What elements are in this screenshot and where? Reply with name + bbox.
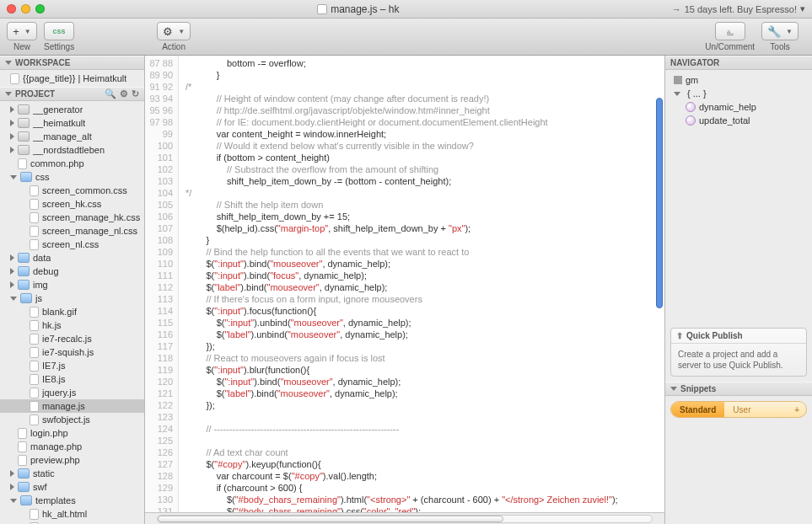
file-icon (30, 212, 39, 223)
folder-icon (18, 266, 30, 276)
workspace-item[interactable]: {{page_title}} | Heimatkult (0, 72, 144, 85)
file-row[interactable]: screen_manage_hk.css (0, 211, 144, 224)
folder-row[interactable]: img (0, 278, 144, 291)
folder-row[interactable]: swf (0, 480, 144, 494)
folder-row[interactable]: __heimatkult (0, 116, 144, 130)
disclosure-triangle-icon (10, 470, 14, 477)
file-row[interactable]: jquery.js (0, 386, 144, 399)
file-row[interactable]: manage.js (0, 399, 144, 413)
function-icon (686, 102, 696, 112)
code-editor[interactable]: 87 88 89 90 91 92 93 94 95 96 97 98 99 1… (145, 56, 664, 524)
file-icon (30, 239, 39, 250)
file-row[interactable]: preview.php (0, 453, 144, 467)
file-row[interactable]: ie7-recalc.js (0, 332, 144, 345)
file-row[interactable]: screen_manage_nl.css (0, 224, 144, 238)
horizontal-scrollbar[interactable] (145, 512, 664, 524)
file-row[interactable]: hk_anzeige.html (0, 521, 144, 524)
navigator-tree: gm{ ... }dynamic_helpupdate_total (665, 70, 812, 131)
navigator-item[interactable]: { ... } (670, 87, 807, 100)
quick-publish-header[interactable]: ⬆ Quick Publish (671, 329, 806, 344)
navigator-item[interactable]: dynamic_help (670, 100, 807, 114)
folder-row[interactable]: __generator (0, 103, 144, 116)
file-row[interactable]: IE7.js (0, 359, 144, 372)
file-row[interactable]: hk_alt.html (0, 507, 144, 521)
gear-icon: ⚙ (163, 25, 173, 38)
chevron-down-icon: ▼ (178, 28, 185, 35)
snippets-tab-user[interactable]: User (724, 402, 759, 417)
snippets-tab-standard[interactable]: Standard (671, 402, 724, 417)
workspace-tree: {{page_title}} | Heimatkult (0, 70, 144, 87)
uncomment-button[interactable]: ⎁ (715, 22, 745, 40)
folder-row[interactable]: debug (0, 265, 144, 278)
window-titlebar: manage.js – hk →15 days left. Buy Espres… (0, 0, 812, 19)
file-row[interactable]: screen_common.css (0, 184, 144, 197)
project-header[interactable]: PROJECT 🔍 ⚙ ↻ (0, 87, 144, 101)
file-row[interactable]: swfobject.js (0, 413, 144, 426)
new-button[interactable]: + ▼ (7, 22, 37, 40)
file-row[interactable]: ie7-squish.js (0, 345, 144, 359)
file-icon (30, 509, 39, 520)
uncomment-label: Un/Comment (705, 42, 755, 51)
folder-row[interactable]: templates (0, 494, 144, 507)
file-row[interactable]: screen_hk.css (0, 197, 144, 211)
close-window-button[interactable] (7, 4, 16, 13)
folder-row[interactable]: __nordstadtleben (0, 143, 144, 157)
gear-icon[interactable]: ⚙ (120, 87, 128, 101)
file-row[interactable]: IE8.js (0, 372, 144, 386)
scrollbar-thumb[interactable] (656, 98, 663, 308)
wrench-icon: 🔧 (767, 25, 781, 38)
chevron-down-icon: ▼ (786, 28, 793, 35)
folder-row[interactable]: __manage_alt (0, 130, 144, 143)
file-row[interactable]: screen_nl.css (0, 238, 144, 251)
folder-row[interactable]: css (0, 170, 144, 184)
settings-button[interactable]: css (44, 22, 74, 40)
file-icon (30, 320, 39, 331)
navigator-item[interactable]: update_total (670, 114, 807, 127)
navigator-header[interactable]: NAVIGATOR (665, 56, 812, 70)
file-icon (30, 307, 39, 318)
window-title-text: manage.js – hk (331, 3, 399, 15)
file-row[interactable]: blank.gif (0, 305, 144, 318)
folder-row[interactable]: static (0, 467, 144, 480)
scrollbar-thumb[interactable] (158, 516, 503, 522)
zoom-window-button[interactable] (35, 4, 45, 13)
folder-icon (20, 293, 32, 303)
folder-icon (18, 482, 30, 492)
search-icon[interactable]: 🔍 (105, 87, 116, 101)
folder-icon (18, 118, 30, 128)
folder-row[interactable]: data (0, 251, 144, 265)
file-icon (18, 455, 27, 466)
file-icon (30, 199, 39, 210)
file-icon (30, 388, 39, 398)
folder-icon (20, 172, 32, 182)
folder-row[interactable]: js (0, 291, 144, 305)
refresh-icon[interactable]: ↻ (132, 87, 139, 101)
snippets-header[interactable]: Snippets (665, 382, 812, 396)
file-icon (30, 414, 39, 425)
disclosure-triangle-icon (10, 106, 14, 113)
minimize-window-button[interactable] (21, 4, 30, 13)
file-row[interactable]: manage.php (0, 440, 144, 453)
add-snippet-button[interactable]: + (788, 405, 806, 414)
upload-icon: ⬆ (676, 331, 683, 340)
file-icon (30, 374, 39, 385)
plus-icon: + (13, 25, 19, 38)
file-icon (30, 347, 39, 358)
file-row[interactable]: common.php (0, 157, 144, 170)
tools-label: Tools (770, 42, 789, 51)
folder-icon (18, 145, 30, 155)
file-icon (30, 226, 39, 237)
disclosure-triangle-icon (10, 484, 14, 490)
code-content[interactable]: bottom -= overflow; } /* // Height of wi… (179, 56, 664, 524)
trial-notice[interactable]: →15 days left. Buy Espresso! ▾ (672, 3, 805, 14)
file-row[interactable]: login.php (0, 426, 144, 440)
vertical-scrollbar[interactable] (656, 64, 663, 485)
workspace-header[interactable]: WORKSPACE (0, 56, 144, 70)
navigator-item[interactable]: gm (670, 73, 807, 87)
right-sidebar: NAVIGATOR gm{ ... }dynamic_helpupdate_to… (664, 56, 812, 524)
folder-icon (20, 495, 32, 505)
action-button[interactable]: ⚙ ▼ (157, 22, 191, 40)
tools-button[interactable]: 🔧 ▼ (761, 22, 799, 40)
file-row[interactable]: hk.js (0, 318, 144, 332)
settings-label: Settings (44, 42, 74, 51)
